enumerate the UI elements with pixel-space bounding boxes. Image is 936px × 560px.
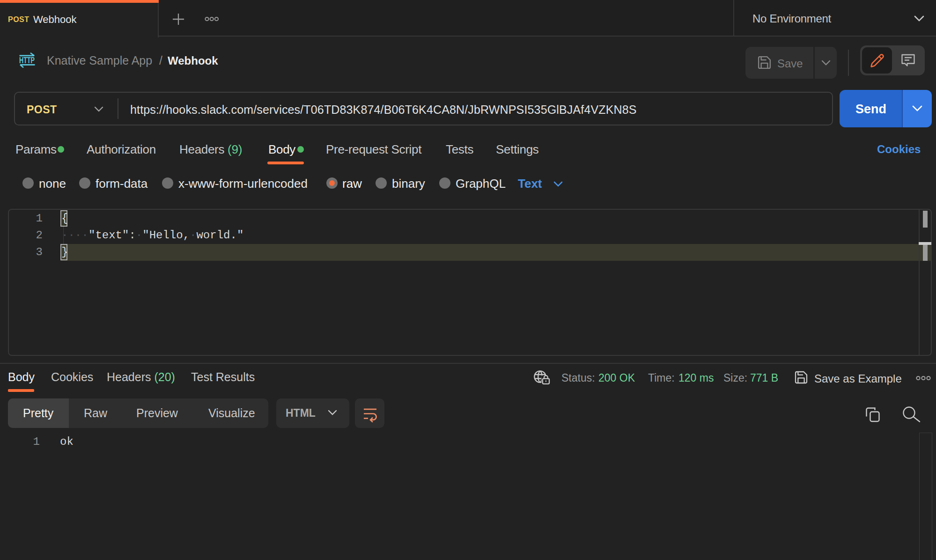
svg-text:HTTP: HTTP	[19, 55, 35, 65]
